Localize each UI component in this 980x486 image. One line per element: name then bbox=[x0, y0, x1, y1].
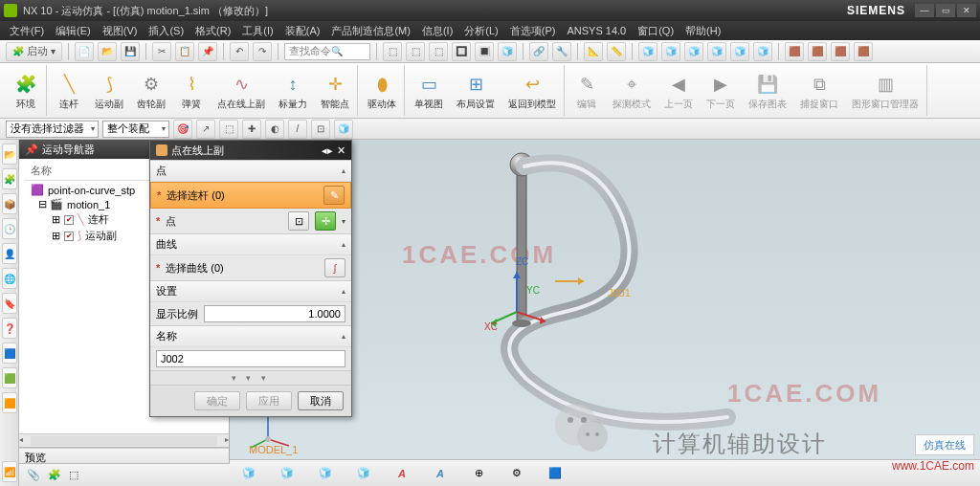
vb-ico-1[interactable]: 🧊 bbox=[239, 464, 258, 483]
rb-bookmark-icon[interactable]: 🔖 bbox=[2, 293, 17, 314]
view5-button[interactable]: 🧊 bbox=[730, 42, 749, 61]
tool-h-button[interactable]: 🔧 bbox=[552, 42, 571, 61]
view6-button[interactable]: 🧊 bbox=[753, 42, 772, 61]
render4-button[interactable]: 🟫 bbox=[854, 42, 873, 61]
menu-window[interactable]: 窗口(Q) bbox=[634, 22, 678, 40]
filter-tool-h[interactable]: 🧊 bbox=[334, 120, 353, 139]
save-figure-button[interactable]: 💾保存图表 bbox=[745, 65, 791, 116]
name-input[interactable] bbox=[156, 350, 345, 367]
joint-button[interactable]: ⟆运动副 bbox=[91, 65, 127, 116]
capture-button[interactable]: ⧉捕捉窗口 bbox=[796, 65, 842, 116]
filter-tool-e[interactable]: ◐ bbox=[265, 120, 284, 139]
tool-i-button[interactable]: 📐 bbox=[584, 42, 603, 61]
menu-info[interactable]: 信息(I) bbox=[418, 22, 457, 40]
dialog-close-button[interactable]: ✕ bbox=[337, 144, 345, 157]
section-name-header[interactable]: 名称 bbox=[150, 326, 351, 347]
rb-roles-icon[interactable]: 👤 bbox=[2, 243, 17, 264]
layout-settings-button[interactable]: ⊞布局设置 bbox=[453, 65, 499, 116]
filter-tool-f[interactable]: / bbox=[288, 120, 307, 139]
vb-ico-5[interactable]: A bbox=[392, 464, 412, 483]
select-link-row[interactable]: * 选择连杆 (0) ✎ bbox=[150, 182, 351, 209]
rb-ie-icon[interactable]: 🌐 bbox=[2, 268, 17, 289]
render3-button[interactable]: 🟫 bbox=[831, 42, 850, 61]
tool-j-button[interactable]: 📏 bbox=[607, 42, 626, 61]
nbt-icon-2[interactable]: 🧩 bbox=[48, 469, 61, 481]
menu-tools[interactable]: 工具(I) bbox=[238, 22, 277, 40]
close-button[interactable]: ✕ bbox=[957, 4, 976, 17]
point-pick-button[interactable]: ✛ bbox=[315, 211, 336, 231]
point-menu-button[interactable]: ⊡ bbox=[288, 211, 309, 231]
tool-a-button[interactable]: ⬚ bbox=[383, 42, 402, 61]
tool-d-button[interactable]: 🔲 bbox=[452, 42, 471, 61]
section-point-header[interactable]: 点 bbox=[150, 161, 351, 182]
menu-edit[interactable]: 编辑(E) bbox=[52, 22, 95, 40]
filter-tool-d[interactable]: ✚ bbox=[242, 120, 261, 139]
select-curve-pick-button[interactable]: ∫ bbox=[324, 258, 345, 277]
single-view-button[interactable]: ▭单视图 bbox=[411, 65, 447, 116]
menu-ansys[interactable]: ANSYS 14.0 bbox=[563, 23, 630, 38]
vb-ico-2[interactable]: 🧊 bbox=[278, 464, 297, 483]
filter-tool-c[interactable]: ⬚ bbox=[219, 120, 238, 139]
undo-button[interactable]: ↶ bbox=[230, 42, 249, 61]
tool-e-button[interactable]: 🔳 bbox=[475, 42, 494, 61]
section-curve-header[interactable]: 曲线 bbox=[150, 234, 351, 255]
gear-button[interactable]: ⚙齿轮副 bbox=[133, 65, 169, 116]
new-button[interactable]: 📄 bbox=[75, 42, 94, 61]
rb-help-icon[interactable]: ❓ bbox=[2, 318, 17, 339]
menu-file[interactable]: 文件(F) bbox=[6, 22, 48, 40]
menu-format[interactable]: 格式(R) bbox=[191, 22, 234, 40]
probe-button[interactable]: ⌖探测模式 bbox=[609, 65, 655, 116]
vb-ico-6[interactable]: A bbox=[431, 464, 450, 483]
tool-g-button[interactable]: 🔗 bbox=[529, 42, 548, 61]
render2-button[interactable]: 🟫 bbox=[808, 42, 827, 61]
rb-part-icon[interactable]: 📦 bbox=[2, 193, 17, 214]
view4-button[interactable]: 🧊 bbox=[707, 42, 726, 61]
rb-b-icon[interactable]: 🟩 bbox=[2, 367, 17, 388]
section-settings-header[interactable]: 设置 bbox=[150, 281, 351, 302]
scale-input[interactable] bbox=[204, 305, 345, 322]
link-button[interactable]: ╲连杆 bbox=[53, 65, 85, 116]
paste-button[interactable]: 📌 bbox=[198, 42, 217, 61]
render1-button[interactable]: 🟫 bbox=[785, 42, 804, 61]
vb-ico-7[interactable]: ⊕ bbox=[469, 464, 488, 483]
view2-button[interactable]: 🧊 bbox=[661, 42, 680, 61]
figure-manager-button[interactable]: ▥图形窗口管理器 bbox=[848, 65, 923, 116]
minimize-button[interactable]: — bbox=[915, 4, 934, 17]
vb-ico-9[interactable]: 🟦 bbox=[546, 464, 565, 483]
scalar-force-button[interactable]: ↕标量力 bbox=[275, 65, 311, 116]
prev-page-button[interactable]: ◀上一页 bbox=[660, 65, 697, 116]
open-button[interactable]: 📂 bbox=[98, 42, 117, 61]
dialog-more-toggle[interactable]: ▾ ▾ ▾ bbox=[150, 370, 351, 385]
vb-ico-8[interactable]: ⚙ bbox=[507, 464, 526, 483]
tool-f-button[interactable]: 🧊 bbox=[498, 42, 517, 61]
filter-type-combo[interactable]: 没有选择过滤器 bbox=[6, 121, 99, 138]
view3-button[interactable]: 🧊 bbox=[684, 42, 703, 61]
apply-button[interactable]: 应用 bbox=[246, 391, 292, 410]
menu-insert[interactable]: 插入(S) bbox=[145, 22, 188, 40]
rb-c-icon[interactable]: 🟧 bbox=[2, 392, 17, 413]
menu-mfginfo[interactable]: 产品制造信息(M) bbox=[327, 22, 414, 40]
start-button[interactable]: 🧩 启动 ▾ bbox=[6, 42, 62, 61]
nbt-icon-1[interactable]: 📎 bbox=[27, 469, 40, 481]
menu-analysis[interactable]: 分析(L) bbox=[460, 22, 501, 40]
tool-b-button[interactable]: ⬚ bbox=[406, 42, 425, 61]
select-link-pick-button[interactable]: ✎ bbox=[323, 186, 345, 205]
spring-button[interactable]: ⌇弹簧 bbox=[175, 65, 208, 116]
command-search-input[interactable]: 查找命令 🔍 bbox=[284, 43, 370, 60]
dialog-titlebar[interactable]: 点在线上副 ◂▸ ✕ bbox=[150, 141, 351, 160]
rb-signal-icon[interactable]: 📶 bbox=[2, 461, 17, 482]
next-page-button[interactable]: ▶下一页 bbox=[702, 65, 739, 116]
save-button[interactable]: 💾 bbox=[121, 42, 140, 61]
filter-scope-combo[interactable]: 整个装配 bbox=[102, 121, 169, 138]
nbt-icon-3[interactable]: ⬚ bbox=[69, 469, 78, 481]
smart-point-button[interactable]: ✛智能点 bbox=[317, 65, 353, 116]
rb-asm-icon[interactable]: 🧩 bbox=[2, 168, 17, 189]
menu-assembly[interactable]: 装配(A) bbox=[281, 22, 324, 40]
copy-button[interactable]: 📋 bbox=[175, 42, 194, 61]
rb-a-icon[interactable]: 🟦 bbox=[2, 342, 17, 364]
maximize-button[interactable]: ▭ bbox=[936, 4, 955, 17]
vb-ico-3[interactable]: 🧊 bbox=[316, 464, 335, 483]
filter-tool-b[interactable]: ↗ bbox=[196, 120, 215, 139]
point-on-curve-button[interactable]: ∿点在线上副 bbox=[213, 65, 269, 116]
tool-c-button[interactable]: ⬚ bbox=[429, 42, 448, 61]
